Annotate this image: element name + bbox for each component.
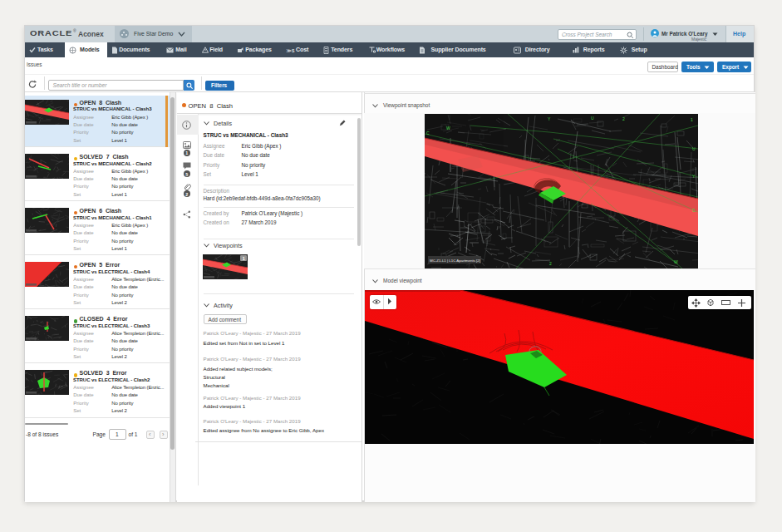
svg-text:W: W: [446, 126, 450, 131]
svg-text:2: 2: [622, 116, 625, 121]
svg-text:C: C: [426, 131, 430, 135]
svg-text:C: C: [692, 208, 696, 213]
svg-text:1: 1: [691, 117, 693, 122]
svg-text:W: W: [674, 259, 678, 264]
svg-text:U: U: [591, 116, 594, 121]
svg-text:U: U: [692, 146, 696, 151]
svg-text:2: 2: [549, 261, 552, 266]
svg-text:MC-Z1-L1 | L1C Apartments [2]: MC-Z1-L1 | L1C Apartments [2]: [430, 259, 480, 263]
